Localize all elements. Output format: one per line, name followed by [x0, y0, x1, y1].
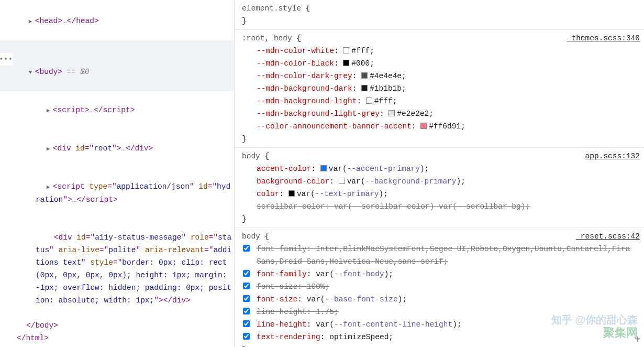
- css-declaration[interactable]: line-height: var(--font-content-line-hei…: [242, 318, 640, 331]
- css-declaration[interactable]: --mdn-background-light-grey: #e2e2e2;: [242, 107, 640, 120]
- dom-script-1[interactable]: ▶<script>…</script>: [0, 91, 234, 129]
- color-swatch-icon[interactable]: [388, 110, 395, 116]
- color-swatch-icon[interactable]: [343, 60, 349, 66]
- css-declaration[interactable]: color: var(--text-primary);: [242, 188, 640, 200]
- color-swatch-icon[interactable]: [288, 190, 295, 197]
- css-declaration[interactable]: --mdn-color-white: #fff;: [242, 45, 640, 57]
- dom-div-a11y[interactable]: <div id="a11y-status-message" role="stat…: [0, 219, 234, 319]
- css-declaration[interactable]: background-color: var(--background-prima…: [242, 175, 640, 188]
- collapse-arrow-icon[interactable]: ▼: [29, 66, 35, 79]
- color-swatch-icon[interactable]: [366, 97, 372, 104]
- dom-head[interactable]: ▶<head>…</head>: [0, 2, 234, 40]
- color-swatch-icon[interactable]: [361, 85, 368, 91]
- css-declaration[interactable]: --mdn-color-dark-grey: #4e4e4e;: [242, 70, 640, 82]
- source-link[interactable]: _themes.scss:340: [567, 32, 640, 45]
- css-declaration[interactable]: --color-announcement-banner-accent: #ff6…: [242, 120, 640, 133]
- css-declaration[interactable]: font-family: Inter,BlinkMacSystemFont,Se…: [242, 243, 640, 268]
- elements-panel[interactable]: ▶<head>…</head> ••• ▼<body>== $0 ▶<scrip…: [0, 0, 235, 347]
- color-swatch-icon[interactable]: [361, 72, 368, 79]
- dom-script-hydration[interactable]: ▶<script type="application/json" id="hyd…: [0, 168, 234, 219]
- color-swatch-icon[interactable]: [339, 178, 345, 184]
- dom-body-selected[interactable]: ••• ▼<body>== $0: [0, 40, 234, 91]
- expand-arrow-icon[interactable]: ▶: [29, 15, 35, 28]
- expand-arrow-icon[interactable]: ▶: [47, 104, 53, 117]
- toggle-property-checkbox[interactable]: [243, 245, 250, 252]
- css-declaration[interactable]: font-size: 100%;: [242, 280, 640, 293]
- styles-panel[interactable]: element.style { } :root, body { _themes.…: [235, 0, 644, 347]
- css-declaration[interactable]: font-size: var(--base-font-size);: [242, 293, 640, 306]
- rule-reset[interactable]: body { _reset.scss:42 font-family: Inter…: [235, 228, 644, 347]
- rule-themes[interactable]: :root, body { _themes.scss:340 --mdn-col…: [235, 30, 644, 148]
- selector[interactable]: body: [242, 232, 260, 241]
- rule-element-style[interactable]: element.style { }: [235, 0, 644, 30]
- css-declaration[interactable]: --mdn-background-light: #fff;: [242, 95, 640, 107]
- rule-app[interactable]: body { app.scss:132 accent-color: var(--…: [235, 148, 644, 228]
- toggle-property-checkbox[interactable]: [243, 295, 250, 302]
- color-swatch-icon[interactable]: [343, 47, 349, 53]
- toggle-property-checkbox[interactable]: [243, 333, 250, 340]
- css-declaration[interactable]: --mdn-background-dark: #1b1b1b;: [242, 82, 640, 95]
- selector[interactable]: :root, body: [242, 34, 292, 42]
- toggle-property-checkbox[interactable]: [243, 308, 250, 315]
- dom-html-close[interactable]: </html>: [0, 332, 234, 344]
- selection-hint: == $0: [66, 68, 90, 76]
- toggle-property-checkbox[interactable]: [243, 270, 250, 277]
- color-swatch-icon[interactable]: [320, 165, 327, 171]
- overflow-dots-icon[interactable]: •••: [0, 53, 13, 66]
- expand-arrow-icon[interactable]: ▶: [47, 143, 53, 155]
- toggle-property-checkbox[interactable]: [243, 320, 250, 327]
- selector[interactable]: body: [242, 152, 260, 160]
- selector[interactable]: element.style: [242, 4, 301, 13]
- toggle-property-checkbox[interactable]: [243, 283, 250, 289]
- color-swatch-icon[interactable]: [420, 123, 427, 129]
- css-declaration[interactable]: text-rendering: optimizeSpeed;: [242, 331, 640, 343]
- source-link[interactable]: _reset.scss:42: [576, 230, 640, 243]
- expand-arrow-icon[interactable]: ▶: [47, 181, 53, 193]
- css-declaration[interactable]: line-height: 1.75;: [242, 306, 640, 318]
- add-rule-button[interactable]: +: [635, 334, 641, 346]
- css-declaration[interactable]: --mdn-color-black: #000;: [242, 57, 640, 70]
- source-link[interactable]: app.scss:132: [585, 150, 640, 162]
- dom-body-close[interactable]: </body>: [0, 319, 234, 332]
- dom-div-root[interactable]: ▶<div id="root">…</div>: [0, 129, 234, 168]
- css-declaration[interactable]: scrollbar-color: var(--scrollbar-color) …: [242, 200, 640, 213]
- css-declaration[interactable]: accent-color: var(--accent-primary);: [242, 162, 640, 175]
- css-declaration[interactable]: font-family: var(--font-body);: [242, 268, 640, 280]
